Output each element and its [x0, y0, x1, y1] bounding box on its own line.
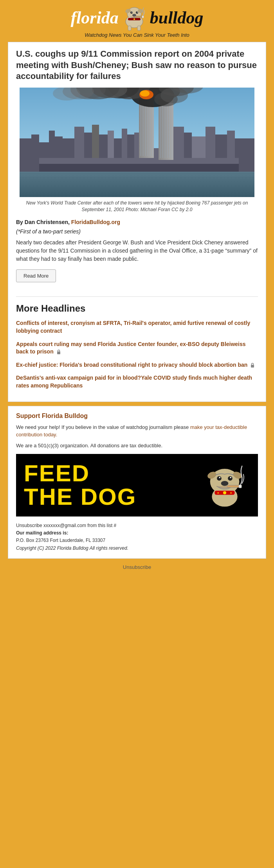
svg-rect-14 [137, 26, 141, 30]
svg-rect-35 [192, 136, 206, 158]
svg-point-83 [217, 476, 222, 481]
main-article-section: U.S. coughs up 9/11 Commission report on… [8, 42, 266, 402]
mailing-address: P.O. Box 23763 Fort Lauderdale, FL 33307 [16, 537, 258, 544]
ftd-bulldog-icon: ★ ★ [199, 458, 250, 513]
svg-rect-31 [127, 135, 134, 158]
svg-rect-75 [20, 152, 39, 172]
svg-rect-42 [142, 97, 144, 156]
svg-rect-89 [239, 485, 242, 488]
byline-site: FloridaBulldog.org [71, 219, 120, 225]
svg-rect-88 [227, 485, 240, 488]
article-byline: By Dan Christensen, FloridaBulldog.org [16, 219, 258, 225]
article-headline: U.S. coughs up 9/11 Commission report on… [16, 48, 258, 82]
svg-point-7 [137, 12, 138, 13]
svg-rect-10 [142, 16, 144, 18]
svg-rect-53 [171, 101, 173, 158]
article-image [16, 88, 258, 197]
svg-rect-29 [114, 138, 122, 158]
svg-point-67 [140, 90, 150, 97]
support-section: Support Florida Bulldog We need your hel… [8, 406, 266, 559]
support-text-2: We are a 501(c)(3) organization. All don… [16, 442, 258, 450]
svg-rect-78 [251, 365, 254, 368]
svg-point-85 [219, 477, 220, 478]
svg-rect-41 [140, 97, 141, 156]
unsubscribe-link[interactable]: Unsubscribe [123, 564, 151, 570]
svg-point-84 [228, 476, 233, 481]
svg-rect-26 [92, 125, 99, 158]
svg-rect-9 [136, 16, 143, 18]
support-title: Support Florida Bulldog [16, 412, 258, 420]
copyright: Copyright (C) 2022 Florida Bulldog All r… [16, 545, 258, 552]
unsubscribe-line: Unsubscribe xxxxxxx@gmail.com from this … [16, 522, 258, 529]
headline-link-2[interactable]: Appeals court ruling may send Florida Ju… [16, 341, 258, 356]
svg-rect-24 [74, 127, 84, 158]
support-text-1: We need your help! If you believe in the… [16, 423, 258, 439]
svg-point-6 [132, 12, 132, 13]
svg-rect-77 [57, 352, 60, 354]
unsubscribe-footer: Unsubscribe [0, 559, 274, 576]
article-image-container: New York's World Trade Center after each… [16, 88, 258, 215]
svg-rect-13 [128, 26, 131, 30]
more-headlines-title: More Headlines [16, 303, 258, 314]
svg-rect-50 [164, 101, 166, 158]
byline-text: By Dan Christensen, [16, 219, 70, 225]
svg-rect-38 [227, 131, 235, 158]
headline-item-1: Conflicts of interest, cronyism at SFRTA… [16, 319, 258, 335]
svg-rect-76 [239, 150, 254, 172]
svg-rect-28 [108, 131, 114, 158]
image-caption: New York's World Trade Center after each… [16, 198, 258, 215]
series-note: (*First of a two-part series) [16, 228, 258, 235]
headline-text-2: Appeals court ruling may send Florida Ju… [16, 341, 246, 355]
svg-rect-21 [49, 131, 55, 158]
svg-point-12 [133, 18, 135, 20]
svg-rect-52 [169, 101, 170, 158]
svg-point-91 [223, 491, 226, 494]
feed-the-dog-banner: FEED THE DOG [16, 454, 258, 516]
read-more-button[interactable]: Read More [16, 269, 56, 282]
svg-rect-74 [20, 164, 254, 172]
svg-rect-30 [122, 129, 127, 158]
svg-rect-22 [55, 136, 63, 158]
svg-rect-48 [160, 101, 161, 158]
svg-rect-27 [99, 135, 108, 158]
svg-point-86 [230, 477, 231, 478]
logo-florida-text: florida [70, 8, 118, 28]
article-body: Nearly two decades after President Georg… [16, 239, 258, 263]
svg-text:★: ★ [230, 491, 232, 494]
headline-link-1[interactable]: Conflicts of interest, cronyism at SFRTA… [16, 319, 258, 335]
header-logo-area: florida [0, 0, 274, 42]
svg-rect-34 [184, 133, 192, 158]
svg-point-69 [160, 88, 188, 103]
svg-rect-33 [172, 127, 184, 158]
mailing-label: Our mailing address is: [16, 530, 68, 536]
svg-point-8 [132, 14, 136, 17]
svg-point-5 [136, 11, 138, 14]
svg-rect-49 [162, 101, 163, 158]
footer-info: Unsubscribe xxxxxxx@gmail.com from this … [16, 522, 258, 552]
headline-text-1: Conflicts of interest, cronyism at SFRTA… [16, 320, 250, 334]
headline-link-4[interactable]: DeSantis's anti-vax campaign paid for in… [16, 374, 258, 389]
headline-item-4: DeSantis's anti-vax campaign paid for in… [16, 374, 258, 389]
ftd-text-block: FEED THE DOG [24, 462, 136, 509]
headline-item-3: Ex-chief justice: Florida's broad consti… [16, 361, 258, 369]
bulldog-logo-icon [119, 4, 150, 31]
ftd-line1: FEED [24, 462, 136, 485]
headline-text-4: DeSantis's anti-vax campaign paid for in… [16, 375, 252, 389]
svg-rect-37 [215, 135, 227, 158]
headline-link-3[interactable]: Ex-chief justice: Florida's broad consti… [16, 361, 258, 369]
svg-rect-51 [167, 101, 168, 158]
svg-text:★: ★ [217, 491, 219, 494]
ftd-line2: THE DOG [24, 485, 136, 509]
svg-rect-20 [39, 142, 49, 158]
svg-rect-23 [63, 138, 74, 158]
lock-icon-2 [56, 349, 61, 355]
headline-item-2: Appeals court ruling may send Florida Ju… [16, 341, 258, 356]
headline-text-3: Ex-chief justice: Florida's broad consti… [16, 362, 247, 368]
header-tagline: Watchdog News You Can Sink Your Teeth In… [0, 32, 274, 38]
logo-bulldog-text: bulldog [150, 8, 204, 28]
lock-icon-3 [250, 362, 255, 368]
svg-point-87 [221, 481, 229, 486]
svg-rect-36 [206, 127, 215, 158]
svg-rect-25 [84, 133, 92, 158]
svg-point-4 [130, 11, 133, 14]
